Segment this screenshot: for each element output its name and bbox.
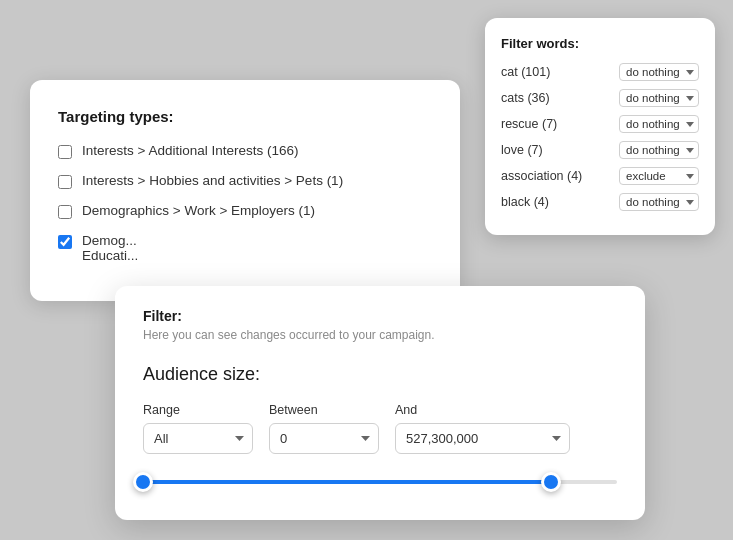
range-select[interactable]: All: [143, 423, 253, 454]
filter-word-row-6: black (4) do nothing exclude include: [501, 193, 699, 211]
filter-words-title: Filter words:: [501, 36, 699, 51]
word-label-3: rescue (7): [501, 117, 557, 131]
filter-word-row-4: love (7) do nothing exclude include: [501, 141, 699, 159]
checkbox-row-2: Interests > Hobbies and activities > Pet…: [58, 173, 432, 189]
filter-modal-subtitle: Here you can see changes occurred to you…: [143, 328, 617, 342]
checkbox-3[interactable]: [58, 205, 72, 219]
slider-thumb-right[interactable]: [541, 472, 561, 492]
filter-select-6[interactable]: do nothing exclude include: [619, 193, 699, 211]
checkbox-label-4: Demog...Educati...: [82, 233, 138, 263]
checkbox-4[interactable]: [58, 235, 72, 249]
slider-fill: [143, 480, 551, 484]
filter-select-4[interactable]: do nothing exclude include: [619, 141, 699, 159]
checkbox-label-2: Interests > Hobbies and activities > Pet…: [82, 173, 343, 188]
slider-thumb-left[interactable]: [133, 472, 153, 492]
between-label: Between: [269, 403, 379, 417]
word-label-4: love (7): [501, 143, 543, 157]
slider-track: [143, 480, 617, 484]
targeting-types-panel: Targeting types: Interests > Additional …: [30, 80, 460, 301]
range-row: Range All Between 0 And 527,300,000: [143, 403, 617, 454]
filter-select-2[interactable]: do nothing exclude include: [619, 89, 699, 107]
word-label-6: black (4): [501, 195, 549, 209]
word-label-1: cat (101): [501, 65, 550, 79]
checkbox-1[interactable]: [58, 145, 72, 159]
range-group: Range All: [143, 403, 253, 454]
filter-word-row-1: cat (101) do nothing exclude include: [501, 63, 699, 81]
word-label-2: cats (36): [501, 91, 550, 105]
filter-select-5[interactable]: do nothing exclude include: [619, 167, 699, 185]
range-label: Range: [143, 403, 253, 417]
filter-word-row-3: rescue (7) do nothing exclude include: [501, 115, 699, 133]
filter-modal-title: Filter:: [143, 308, 617, 324]
between-group: Between 0: [269, 403, 379, 454]
filter-words-panel: Filter words: cat (101) do nothing exclu…: [485, 18, 715, 235]
filter-modal: Filter: Here you can see changes occurre…: [115, 286, 645, 520]
between-select[interactable]: 0: [269, 423, 379, 454]
word-label-5: association (4): [501, 169, 582, 183]
checkbox-label-3: Demographics > Work > Employers (1): [82, 203, 315, 218]
audience-size-title: Audience size:: [143, 364, 617, 385]
and-group: And 527,300,000: [395, 403, 570, 454]
and-select[interactable]: 527,300,000: [395, 423, 570, 454]
filter-word-row-5: association (4) do nothing exclude inclu…: [501, 167, 699, 185]
checkbox-row-3: Demographics > Work > Employers (1): [58, 203, 432, 219]
checkbox-label-1: Interests > Additional Interests (166): [82, 143, 299, 158]
filter-word-row-2: cats (36) do nothing exclude include: [501, 89, 699, 107]
checkbox-row-1: Interests > Additional Interests (166): [58, 143, 432, 159]
targeting-panel-title: Targeting types:: [58, 108, 432, 125]
filter-select-3[interactable]: do nothing exclude include: [619, 115, 699, 133]
filter-select-1[interactable]: do nothing exclude include: [619, 63, 699, 81]
slider-container[interactable]: [143, 472, 617, 492]
and-label: And: [395, 403, 570, 417]
checkbox-row-4: Demog...Educati...: [58, 233, 432, 263]
checkbox-2[interactable]: [58, 175, 72, 189]
